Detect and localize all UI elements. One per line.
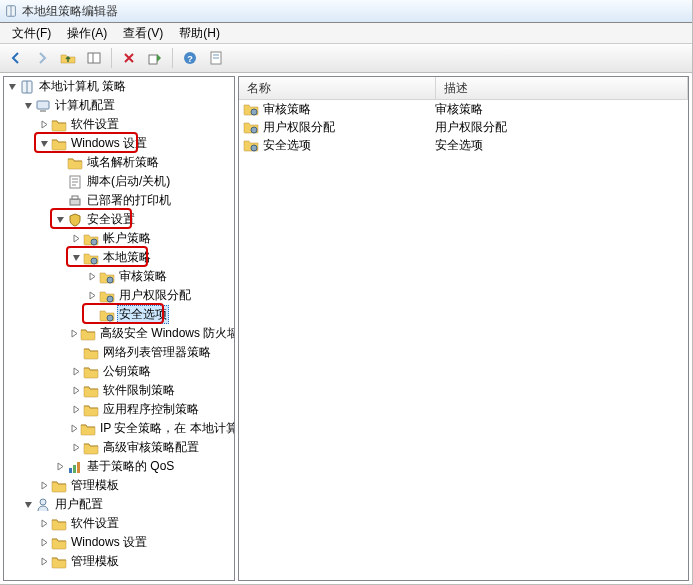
folder-gear-icon: [99, 269, 115, 285]
computer-icon: [35, 98, 51, 114]
tree-printers[interactable]: 已部署的打印机: [4, 191, 234, 210]
tree-pubkey[interactable]: 公钥策略: [4, 362, 234, 381]
expander-icon[interactable]: [6, 81, 18, 93]
tree-u-admin[interactable]: 管理模板: [4, 552, 234, 571]
tree-computer-cfg[interactable]: 计算机配置: [4, 96, 234, 115]
expander-icon[interactable]: [70, 328, 79, 340]
tree-adv-audit[interactable]: 高级审核策略配置: [4, 438, 234, 457]
expander-icon[interactable]: [70, 252, 82, 264]
expander-icon[interactable]: [70, 233, 82, 245]
tree-user-rights[interactable]: 用户权限分配: [4, 286, 234, 305]
tree-label: 本地计算机 策略: [37, 78, 128, 95]
tree-u-windows[interactable]: Windows 设置: [4, 533, 234, 552]
tree-adv-firewall[interactable]: 高级安全 Windows 防火墙: [4, 324, 234, 343]
menubar: 文件(F) 操作(A) 查看(V) 帮助(H): [0, 23, 692, 44]
back-button[interactable]: [4, 46, 28, 70]
tree-label: 网络列表管理器策略: [101, 344, 213, 361]
expander-icon[interactable]: [70, 347, 82, 359]
row-name: 审核策略: [263, 101, 311, 118]
tree-admin-templates[interactable]: 管理模板: [4, 476, 234, 495]
expander-icon[interactable]: [38, 119, 50, 131]
expander-icon[interactable]: [22, 100, 34, 112]
props-button[interactable]: [204, 46, 228, 70]
tree-local-policy[interactable]: 本地策略: [4, 248, 234, 267]
menu-action[interactable]: 操作(A): [61, 23, 113, 44]
printer-icon: [67, 193, 83, 209]
tree-user-cfg[interactable]: 用户配置: [4, 495, 234, 514]
list-item[interactable]: 审核策略审核策略: [239, 100, 688, 118]
expander-icon[interactable]: [54, 195, 66, 207]
tree-label: 安全设置: [85, 211, 137, 228]
row-desc: 审核策略: [431, 101, 688, 118]
app-icon: [4, 4, 18, 18]
tree-label: IP 安全策略，在 本地计算机: [98, 420, 235, 437]
expander-icon[interactable]: [70, 442, 82, 454]
window-title: 本地组策略编辑器: [22, 3, 118, 20]
export-button[interactable]: [143, 46, 167, 70]
folder-gear-icon: [243, 101, 259, 117]
folder-icon: [80, 326, 96, 342]
expander-icon[interactable]: [22, 499, 34, 511]
cancel-button[interactable]: [117, 46, 141, 70]
expander-icon[interactable]: [86, 271, 98, 283]
expander-icon[interactable]: [70, 404, 82, 416]
expander-icon[interactable]: [70, 366, 82, 378]
book-icon: [19, 79, 35, 95]
tree-name-res[interactable]: 域名解析策略: [4, 153, 234, 172]
list-body[interactable]: 审核策略审核策略用户权限分配用户权限分配安全选项安全选项: [239, 100, 688, 580]
panes-button[interactable]: [82, 46, 106, 70]
toolbar-sep: [111, 48, 112, 68]
expander-icon[interactable]: [54, 157, 66, 169]
tree-security-options[interactable]: 安全选项: [4, 305, 234, 324]
expander-icon[interactable]: [38, 518, 50, 530]
col-desc[interactable]: 描述: [436, 77, 688, 99]
help-button[interactable]: [178, 46, 202, 70]
list-item[interactable]: 用户权限分配用户权限分配: [239, 118, 688, 136]
folder-gear-icon: [83, 231, 99, 247]
tree-scripts[interactable]: 脚本(启动/关机): [4, 172, 234, 191]
tree-label: 安全选项: [117, 305, 169, 324]
list-item[interactable]: 安全选项安全选项: [239, 136, 688, 154]
tree-label: 用户权限分配: [117, 287, 193, 304]
menu-file[interactable]: 文件(F): [6, 23, 57, 44]
expander-icon[interactable]: [70, 385, 82, 397]
expander-icon[interactable]: [86, 309, 98, 321]
menu-help[interactable]: 帮助(H): [173, 23, 226, 44]
folder-gear-icon: [243, 137, 259, 153]
tree-label: 计算机配置: [53, 97, 117, 114]
expander-icon[interactable]: [38, 537, 50, 549]
tree-nlm[interactable]: 网络列表管理器策略: [4, 343, 234, 362]
tree-pane[interactable]: 本地计算机 策略计算机配置软件设置Windows 设置域名解析策略脚本(启动/关…: [3, 76, 235, 581]
up-button[interactable]: [56, 46, 80, 70]
tree-audit-policy[interactable]: 审核策略: [4, 267, 234, 286]
tree-account-policy[interactable]: 帐户策略: [4, 229, 234, 248]
expander-icon[interactable]: [38, 138, 50, 150]
expander-icon[interactable]: [38, 556, 50, 568]
tree-label: 高级安全 Windows 防火墙: [98, 325, 235, 342]
tree-appctrl[interactable]: 应用程序控制策略: [4, 400, 234, 419]
tree-label: 公钥策略: [101, 363, 153, 380]
menu-view[interactable]: 查看(V): [117, 23, 169, 44]
folder-icon: [51, 136, 67, 152]
tree-label: 应用程序控制策略: [101, 401, 201, 418]
tree-u-software[interactable]: 软件设置: [4, 514, 234, 533]
folder-gear-icon: [243, 119, 259, 135]
col-name[interactable]: 名称: [239, 77, 436, 99]
folder-icon: [83, 402, 99, 418]
expander-icon[interactable]: [86, 290, 98, 302]
tree-ipsec[interactable]: IP 安全策略，在 本地计算机: [4, 419, 234, 438]
forward-button[interactable]: [30, 46, 54, 70]
tree-swrestrict[interactable]: 软件限制策略: [4, 381, 234, 400]
expander-icon[interactable]: [70, 423, 79, 435]
row-desc: 用户权限分配: [431, 119, 688, 136]
expander-icon[interactable]: [54, 214, 66, 226]
expander-icon[interactable]: [38, 480, 50, 492]
tree-qos[interactable]: 基于策略的 QoS: [4, 457, 234, 476]
expander-icon[interactable]: [54, 461, 66, 473]
expander-icon[interactable]: [54, 176, 66, 188]
list-header: 名称 描述: [239, 77, 688, 100]
tree-security-settings[interactable]: 安全设置: [4, 210, 234, 229]
tree-root[interactable]: 本地计算机 策略: [4, 77, 234, 96]
tree-software[interactable]: 软件设置: [4, 115, 234, 134]
tree-windows-settings[interactable]: Windows 设置: [4, 134, 234, 153]
